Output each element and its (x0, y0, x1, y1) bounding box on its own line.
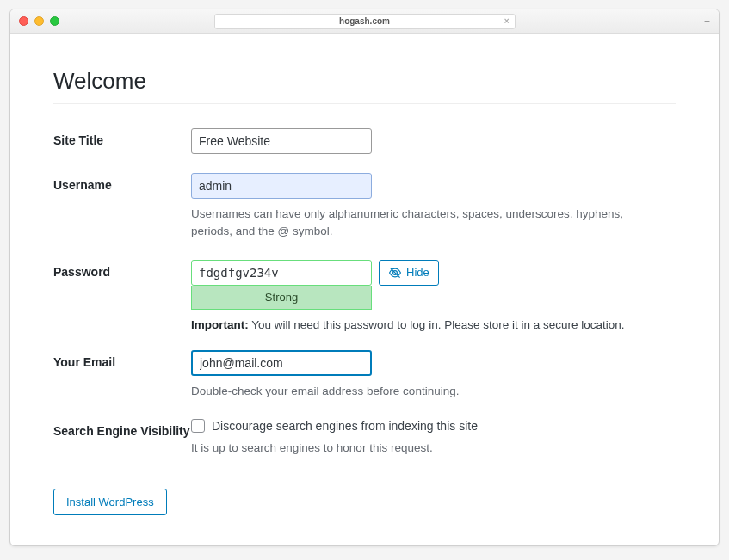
email-row: Your Email Double-check your email addre… (53, 350, 676, 400)
username-input[interactable] (191, 173, 372, 199)
title-bar: hogash.com × + (10, 9, 719, 34)
close-window-icon[interactable] (19, 16, 28, 26)
minimize-window-icon[interactable] (34, 16, 44, 26)
username-row: Username Usernames can have only alphanu… (53, 173, 676, 241)
password-row: Password Strong Hide (53, 260, 676, 331)
site-title-label: Site Title (53, 128, 191, 147)
important-label: Important: (191, 318, 249, 331)
page-title: Welcome (53, 68, 676, 104)
password-label: Password (53, 260, 191, 279)
password-input[interactable] (191, 260, 372, 286)
email-label: Your Email (53, 350, 191, 369)
content-area: Welcome Site Title Username Usernames ca… (10, 34, 719, 541)
username-hint: Usernames can have only alphanumeric cha… (191, 206, 639, 241)
install-wordpress-button[interactable]: Install WordPress (53, 489, 167, 515)
traffic-lights (19, 16, 59, 26)
discourage-search-checkbox[interactable] (191, 419, 205, 433)
search-engine-label: Search Engine Visibility (53, 419, 191, 438)
password-important-note: Important: You will need this password t… (191, 318, 676, 331)
maximize-window-icon[interactable] (50, 16, 59, 26)
search-engine-row: Search Engine Visibility Discourage sear… (53, 419, 676, 454)
password-strength-badge: Strong (191, 286, 372, 310)
important-text: You will need this password to log in. P… (249, 318, 625, 331)
site-title-input[interactable] (191, 128, 372, 154)
install-form-card: Welcome Site Title Username Usernames ca… (53, 68, 676, 515)
discourage-search-label: Discourage search engines from indexing … (212, 419, 478, 433)
email-input[interactable] (191, 350, 372, 376)
username-label: Username (53, 173, 191, 192)
new-tab-icon[interactable]: + (704, 15, 710, 28)
eye-slash-icon (388, 266, 402, 280)
site-title-row: Site Title (53, 128, 676, 154)
browser-window: hogash.com × + Welcome Site Title Userna… (9, 9, 720, 546)
search-engine-hint: It is up to search engines to honor this… (191, 441, 676, 454)
hide-password-button[interactable]: Hide (379, 260, 439, 286)
close-tab-icon[interactable]: × (504, 16, 510, 26)
browser-tab[interactable]: hogash.com × (214, 14, 516, 29)
email-hint: Double-check your email address before c… (191, 383, 639, 400)
tab-url: hogash.com (339, 16, 390, 26)
hide-button-label: Hide (406, 266, 429, 279)
